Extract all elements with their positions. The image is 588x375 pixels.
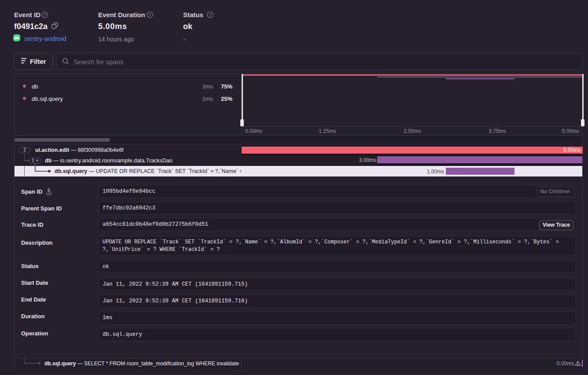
- svg-text:?: ?: [44, 12, 46, 17]
- svg-text:?: ?: [149, 12, 151, 17]
- svg-text:?: ?: [209, 12, 212, 17]
